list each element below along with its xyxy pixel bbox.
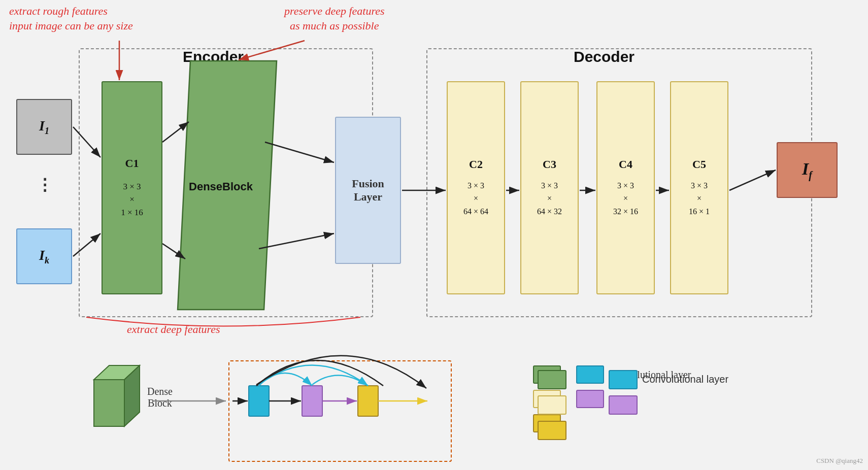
c1-label: C1	[125, 157, 139, 170]
svg-marker-21	[94, 380, 124, 426]
legend-color-beige	[533, 390, 561, 408]
input-image-I1: I1	[16, 99, 72, 155]
denseblock-container	[180, 61, 272, 310]
dense-block-text: Dense Block	[147, 386, 173, 409]
output-If-label: If	[802, 159, 812, 181]
c3-dims: 3 × 3×64 × 32	[537, 179, 562, 218]
decoder-label: Decoder	[574, 48, 635, 65]
c2-dims: 3 × 3×64 × 64	[463, 179, 488, 218]
c2-label: C2	[469, 158, 483, 171]
output-image-If: If	[777, 142, 838, 198]
legend-box: Convolutional layer	[533, 365, 691, 432]
c5-label: C5	[692, 158, 706, 171]
fusion-label: FusionLayer	[352, 177, 384, 204]
c2-block: C2 3 × 3×64 × 64	[447, 81, 505, 294]
legend-item-purple	[576, 390, 604, 408]
c3-label: C3	[543, 158, 556, 171]
c1-block: C1 3 × 3×1 × 16	[102, 81, 162, 294]
c5-block: C5 3 × 3×16 × 1	[670, 81, 728, 294]
c1-dims: 3 × 3×1 × 16	[121, 180, 143, 219]
c4-dims: 3 × 3×32 × 16	[613, 179, 638, 218]
legend-item-yellow	[533, 414, 561, 432]
legend-color-yellow	[533, 414, 561, 432]
watermark: CSDN @qiang42	[816, 457, 863, 465]
c3-block: C3 3 × 3×64 × 32	[520, 81, 579, 294]
legend-color-green	[533, 365, 561, 384]
c4-label: C4	[619, 158, 632, 171]
dots-separator: ⋮	[37, 175, 54, 194]
dense-diagram-box	[228, 360, 452, 462]
main-container: extract rough features input image can b…	[0, 0, 868, 470]
legend-item-blue: Convolutional layer	[576, 365, 691, 384]
svg-marker-22	[94, 365, 140, 380]
legend-color-purple	[576, 390, 604, 408]
legend-item-beige	[533, 390, 561, 408]
c5-dims: 3 × 3×16 × 1	[689, 179, 710, 218]
annotation-extract-deep: extract deep features	[127, 323, 220, 336]
fusion-layer: FusionLayer	[335, 117, 401, 264]
svg-marker-23	[124, 365, 140, 426]
legend-color-blue	[576, 365, 604, 384]
c4-block: C4 3 × 3×32 × 16	[596, 81, 655, 294]
legend-convolutional-label: Convolutional layer	[610, 369, 691, 381]
annotation-deep-features-preserve: preserve deep features as much as possib…	[284, 4, 385, 33]
input-image-Ik: Ik	[16, 228, 72, 284]
input-Ik-label: Ik	[39, 247, 49, 266]
annotation-rough-features: extract rough features input image can b…	[9, 4, 133, 33]
legend-item-green	[533, 365, 561, 384]
input-I1-label: I1	[39, 118, 49, 137]
